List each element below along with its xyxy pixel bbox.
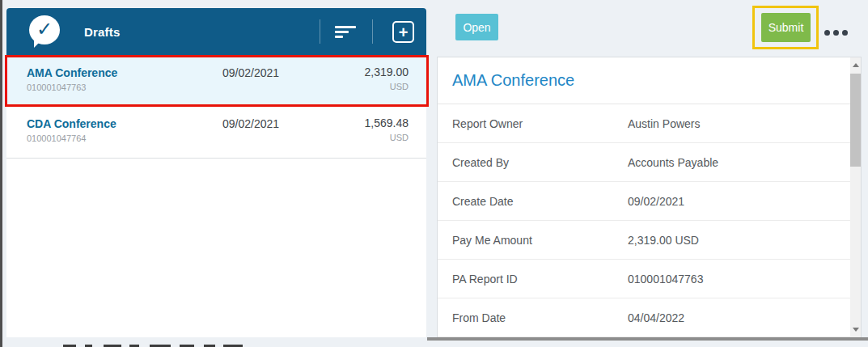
list-item-amount-block: 2,319.00 USD <box>311 66 409 91</box>
list-item-main: CDA Conference 010001047764 <box>27 116 190 143</box>
report-detail-card: AMA Conference Report Owner Austin Power… <box>437 57 862 337</box>
field-label: Create Date <box>438 195 628 208</box>
chat-bubble-circle: ✓ <box>29 15 60 44</box>
field-label: Created By <box>438 156 628 169</box>
field-value: Accounts Payable <box>628 156 718 169</box>
header-divider <box>372 19 373 44</box>
list-item-amount: 2,319.00 <box>311 66 409 78</box>
add-report-button[interactable]: + <box>392 21 414 43</box>
chat-check-icon: ✓ <box>29 15 61 48</box>
field-value: 010001047763 <box>628 273 703 286</box>
field-value: 09/02/2021 <box>628 195 684 208</box>
panel-title: Drafts <box>84 25 121 39</box>
detail-title-block: AMA Conference <box>438 57 861 104</box>
field-value: Austin Powers <box>628 117 700 130</box>
list-item-id: 010001047763 <box>27 83 190 92</box>
detail-field-row: From Date 04/04/2022 <box>438 298 861 337</box>
detail-field-row: Report Owner Austin Powers <box>438 104 861 143</box>
list-item-name: AMA Conference <box>27 66 190 80</box>
field-value: 2,319.00 USD <box>628 234 699 247</box>
submit-button[interactable]: Submit <box>761 13 811 42</box>
drafts-panel-header: ✓ Drafts + <box>6 8 426 55</box>
draft-list-item-cda[interactable]: CDA Conference 010001047764 09/02/2021 1… <box>6 106 426 159</box>
detail-scrollbar[interactable] <box>850 57 861 337</box>
list-item-id: 010001047764 <box>27 133 190 143</box>
ellipsis-icon <box>833 30 839 36</box>
sort-icon[interactable] <box>335 26 358 39</box>
detail-field-row: PA Report ID 010001047763 <box>438 260 861 298</box>
detail-card-bottom-edge <box>427 337 868 341</box>
field-label: From Date <box>438 311 628 324</box>
detail-report-title: AMA Conference <box>438 71 574 90</box>
scroll-down-icon <box>853 328 859 332</box>
list-item-date: 09/02/2021 <box>190 116 311 130</box>
window-left-edge <box>0 0 2 347</box>
list-item-date: 09/02/2021 <box>190 66 311 79</box>
sort-bar <box>335 36 343 38</box>
drafts-panel: ✓ Drafts + AMA Conference 010001047763 0… <box>6 8 426 337</box>
checkmark-glyph: ✓ <box>36 19 53 39</box>
scroll-up-icon <box>853 63 859 67</box>
field-label: PA Report ID <box>438 273 628 286</box>
detail-field-row: Pay Me Amount 2,319.00 USD <box>438 221 861 260</box>
draft-list-item-ama[interactable]: AMA Conference 010001047763 09/02/2021 2… <box>6 55 426 106</box>
scroll-down-button[interactable] <box>850 324 861 336</box>
more-actions-button[interactable] <box>824 28 852 37</box>
scroll-up-button[interactable] <box>850 59 861 71</box>
field-label: Pay Me Amount <box>438 234 628 247</box>
open-button[interactable]: Open <box>455 14 498 40</box>
app-window: ✓ Drafts + AMA Conference 010001047763 0… <box>0 0 868 347</box>
ellipsis-icon <box>824 30 830 36</box>
list-item-amount: 1,569.48 <box>311 116 409 129</box>
list-item-currency: USD <box>311 82 409 91</box>
header-divider <box>320 19 320 44</box>
list-item-currency: USD <box>311 133 409 142</box>
list-item-main: AMA Conference 010001047763 <box>27 66 190 92</box>
field-value: 04/04/2022 <box>628 311 684 324</box>
ellipsis-icon <box>842 30 848 36</box>
sort-bar <box>335 31 349 33</box>
detail-field-row: Created By Accounts Payable <box>438 143 861 182</box>
sort-bar <box>335 26 356 28</box>
detail-field-row: Create Date 09/02/2021 <box>438 182 861 221</box>
list-item-name: CDA Conference <box>27 116 190 131</box>
list-item-amount-block: 1,569.48 USD <box>311 116 409 142</box>
scrollbar-thumb[interactable] <box>850 74 861 167</box>
field-label: Report Owner <box>438 117 628 130</box>
